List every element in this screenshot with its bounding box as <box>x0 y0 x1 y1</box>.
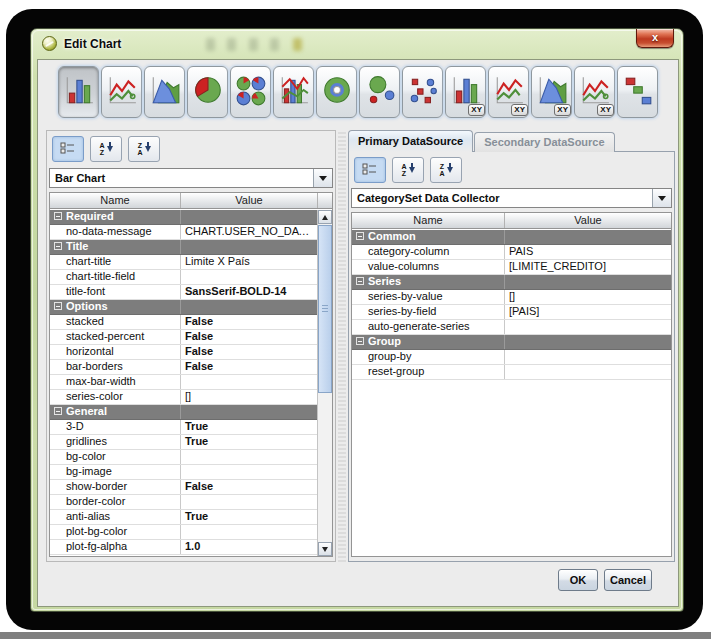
table-row[interactable]: series-color [] <box>50 390 317 405</box>
table-row[interactable]: horizontal False <box>50 345 317 360</box>
table-header: Name Value <box>352 213 671 229</box>
tab-primary-datasource[interactable]: Primary DataSource <box>348 130 473 152</box>
table-row[interactable]: Options <box>50 300 317 315</box>
table-row[interactable]: gridlines True <box>50 435 317 450</box>
edit-chart-dialog: Edit Chart x <box>30 28 684 612</box>
collapse-minus-icon[interactable] <box>54 242 62 250</box>
chevron-down-icon[interactable] <box>313 169 332 187</box>
app-icon <box>42 36 57 51</box>
chart-type-xy-area-button[interactable]: XY <box>531 66 572 118</box>
collapse-minus-icon[interactable] <box>356 232 364 240</box>
ok-button[interactable]: OK <box>558 569 598 591</box>
sort-za-button[interactable]: ZA <box>128 136 160 162</box>
datasource-tabs: Primary DataSource Secondary DataSource <box>348 130 616 152</box>
table-row[interactable]: group-by <box>352 350 671 365</box>
collector-combo-value: CategorySet Data Collector <box>357 192 499 204</box>
dialog-content: XY XY XY XY <box>37 59 679 607</box>
table-row[interactable]: plot-bg-color <box>50 525 317 540</box>
scrollbar-thumb[interactable] <box>318 225 332 393</box>
collapse-minus-icon[interactable] <box>54 407 62 415</box>
chart-type-scatter-button[interactable] <box>402 66 443 118</box>
collapse-minus-icon[interactable] <box>54 212 62 220</box>
datasource-properties-table: Name Value Common category-column PAIS v… <box>351 212 672 557</box>
sort-za-icon: ZA <box>137 142 150 156</box>
sort-az-icon: AZ <box>401 163 414 177</box>
collapse-minus-icon[interactable] <box>54 302 62 310</box>
scroll-up-button[interactable] <box>318 210 332 224</box>
grouped-list-icon <box>60 141 76 158</box>
table-row[interactable]: show-border False <box>50 480 317 495</box>
column-header-name: Name <box>352 213 505 228</box>
table-row[interactable]: max-bar-width <box>50 375 317 390</box>
group-view-button[interactable] <box>354 157 386 183</box>
table-row[interactable]: Required <box>50 210 317 225</box>
grouped-list-icon <box>362 162 378 179</box>
collector-combobox[interactable]: CategorySet Data Collector <box>351 188 672 208</box>
table-header: Name Value <box>50 193 332 209</box>
xy-badge: XY <box>468 104 485 116</box>
table-row[interactable]: bar-borders False <box>50 360 317 375</box>
collapse-minus-icon[interactable] <box>356 337 364 345</box>
table-row[interactable]: anti-alias True <box>50 510 317 525</box>
table-row[interactable]: bg-color <box>50 450 317 465</box>
chart-type-line-button[interactable] <box>101 66 142 118</box>
table-row[interactable]: reset-group <box>352 365 671 380</box>
right-table-rows: Common category-column PAIS value-column… <box>352 230 671 556</box>
table-row[interactable]: 3-D True <box>50 420 317 435</box>
sort-az-button[interactable]: AZ <box>90 136 122 162</box>
table-row[interactable]: series-by-field [PAIS] <box>352 305 671 320</box>
panel-splitter[interactable] <box>338 130 346 562</box>
column-header-value: Value <box>181 193 318 208</box>
table-row[interactable]: Group <box>352 335 671 350</box>
scroll-down-button[interactable] <box>318 542 332 556</box>
table-row[interactable]: border-color <box>50 495 317 510</box>
close-button[interactable]: x <box>636 29 674 48</box>
chart-type-bar-button[interactable] <box>58 66 99 118</box>
table-row[interactable]: General <box>50 405 317 420</box>
chart-type-pie-button[interactable] <box>187 66 228 118</box>
chart-type-ring-button[interactable] <box>316 66 357 118</box>
table-row[interactable]: value-columns [LIMITE_CREDITO] <box>352 260 671 275</box>
chart-type-area-button[interactable] <box>144 66 185 118</box>
table-row[interactable]: auto-generate-series <box>352 320 671 335</box>
titlebar-smudge <box>227 38 236 51</box>
table-row[interactable]: no-data-message CHART.USER_NO_DATA_... <box>50 225 317 240</box>
xy-badge: XY <box>554 104 571 116</box>
titlebar[interactable]: Edit Chart x <box>31 29 683 59</box>
chart-type-multi-pie-button[interactable] <box>230 66 271 118</box>
chart-properties-table: Name Value Required no-data-message CHAR… <box>49 192 333 557</box>
tab-secondary-datasource[interactable]: Secondary DataSource <box>474 132 614 152</box>
chart-expression-combobox[interactable]: Bar Chart <box>49 168 333 188</box>
table-row[interactable]: stacked-percent False <box>50 330 317 345</box>
table-row[interactable]: category-column PAIS <box>352 245 671 260</box>
titlebar-smudge <box>293 38 302 51</box>
chart-type-xy-line-button[interactable]: XY <box>488 66 529 118</box>
chart-type-extended-xy-line-button[interactable]: XY <box>574 66 615 118</box>
table-row[interactable]: Title <box>50 240 317 255</box>
sort-az-button[interactable]: AZ <box>392 157 424 183</box>
table-row[interactable]: title-font SansSerif-BOLD-14 <box>50 285 317 300</box>
chart-type-bar-line-button[interactable] <box>273 66 314 118</box>
chart-type-toolbar: XY XY XY XY <box>58 66 658 118</box>
chevron-down-icon[interactable] <box>652 189 671 207</box>
table-row[interactable]: Series <box>352 275 671 290</box>
chart-combo-value: Bar Chart <box>55 172 105 184</box>
sort-za-button[interactable]: ZA <box>430 157 462 183</box>
group-view-button[interactable] <box>52 136 84 162</box>
column-header-spacer <box>318 193 332 208</box>
chart-type-bubble-button[interactable] <box>359 66 400 118</box>
collapse-minus-icon[interactable] <box>356 277 364 285</box>
table-row[interactable]: series-by-value [] <box>352 290 671 305</box>
table-row[interactable]: chart-title Limite X País <box>50 255 317 270</box>
chart-type-xy-bar-button[interactable]: XY <box>445 66 486 118</box>
cancel-button[interactable]: Cancel <box>604 569 652 591</box>
table-row[interactable]: Common <box>352 230 671 245</box>
left-table-scrollbar <box>317 210 332 556</box>
table-row[interactable]: plot-fg-alpha 1.0 <box>50 540 317 555</box>
table-row[interactable]: bg-image <box>50 465 317 480</box>
column-header-value: Value <box>505 213 671 228</box>
table-row[interactable]: stacked False <box>50 315 317 330</box>
table-row[interactable]: chart-title-field <box>50 270 317 285</box>
chart-type-waterfall-button[interactable] <box>617 66 658 118</box>
titlebar-smudge <box>270 38 279 51</box>
